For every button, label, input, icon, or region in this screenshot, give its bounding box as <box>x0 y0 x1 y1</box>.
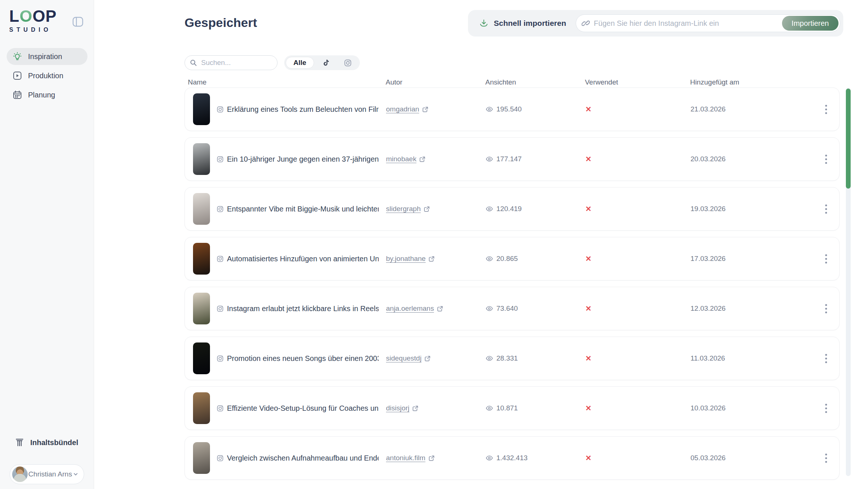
view-count: 10.871 <box>496 404 518 412</box>
author-link[interactable]: by.jonathane <box>386 255 426 263</box>
video-thumbnail[interactable] <box>193 243 210 275</box>
video-title: Entspannter Vibe mit Biggie-Musik und le… <box>227 205 379 213</box>
video-thumbnail[interactable] <box>193 193 210 225</box>
scrollbar-thumb[interactable] <box>846 89 851 189</box>
added-date: 05.03.2026 <box>690 454 821 462</box>
instagram-icon <box>217 156 224 163</box>
table-row[interactable]: Promotion eines neuen Songs über einen 2… <box>185 337 840 380</box>
sidebar-item-inhaltsbuendel[interactable]: Inhaltsbündel <box>15 438 78 447</box>
sidebar-item-planung[interactable]: Planung <box>7 86 87 103</box>
table-header: Name Autor Ansichten Verwendet Hinzugefü… <box>185 78 840 87</box>
added-date: 11.03.2026 <box>690 354 821 362</box>
table-row[interactable]: Automatisiertes Hinzufügen von animierte… <box>185 237 840 280</box>
column-header-name: Name <box>188 78 386 86</box>
instagram-icon <box>217 206 224 213</box>
filter-all-tab[interactable]: Alle <box>286 57 314 69</box>
page-title: Gespeichert <box>185 16 257 30</box>
sidebar-toggle-icon[interactable] <box>72 16 83 27</box>
instagram-icon <box>217 106 224 113</box>
filter-tiktok-tab[interactable] <box>316 57 336 69</box>
not-used-icon: ✕ <box>585 105 690 114</box>
row-menu-button[interactable] <box>821 202 831 216</box>
scrollbar-track[interactable] <box>846 88 851 476</box>
external-link-icon[interactable] <box>422 106 428 113</box>
logo: LOOP STUDIO <box>9 8 57 33</box>
eye-icon <box>486 255 493 262</box>
search-wrap <box>185 55 278 70</box>
bundle-label: Inhaltsbündel <box>30 438 78 447</box>
external-link-icon[interactable] <box>419 156 426 162</box>
video-thumbnail[interactable] <box>193 342 210 374</box>
video-title: Effiziente Video-Setup-Lösung für Coache… <box>227 404 379 413</box>
video-title: Instagram erlaubt jetzt klickbare Links … <box>227 304 379 313</box>
view-count: 177.147 <box>496 155 522 163</box>
not-used-icon: ✕ <box>585 204 690 213</box>
view-count: 28.331 <box>496 354 518 362</box>
external-link-icon[interactable] <box>424 206 430 212</box>
table-row[interactable]: Erklärung eines Tools zum Beleuchten von… <box>185 87 840 131</box>
table-row[interactable]: Instagram erlaubt jetzt klickbare Links … <box>185 287 840 330</box>
row-menu-button[interactable] <box>821 401 831 416</box>
external-link-icon[interactable] <box>437 306 443 312</box>
video-thumbnail[interactable] <box>193 143 210 175</box>
table-row[interactable]: Ein 10-jähriger Junge gegen einen 37-jäh… <box>185 137 840 181</box>
instagram-icon <box>217 305 224 312</box>
external-link-icon[interactable] <box>412 405 418 411</box>
row-menu-button[interactable] <box>821 451 831 465</box>
filter-instagram-tab[interactable] <box>338 57 358 69</box>
not-used-icon: ✕ <box>585 254 690 263</box>
logo-subtitle: STUDIO <box>9 27 57 33</box>
import-button[interactable]: Importieren <box>782 16 838 31</box>
logo-letter: O <box>32 7 45 25</box>
calendar-icon <box>13 90 22 100</box>
external-link-icon[interactable] <box>428 455 435 461</box>
row-menu-button[interactable] <box>821 152 831 166</box>
sidebar: LOOP STUDIO Inspiration Produktion <box>0 0 94 489</box>
video-thumbnail[interactable] <box>193 293 210 324</box>
sidebar-item-inspiration[interactable]: Inspiration <box>7 48 87 65</box>
instagram-icon <box>217 455 224 462</box>
column-icon <box>15 438 24 447</box>
row-menu-button[interactable] <box>821 251 831 266</box>
author-link[interactable]: sidequestdj <box>386 354 421 362</box>
sidebar-item-produktion[interactable]: Produktion <box>7 67 87 84</box>
chevron-down-icon <box>73 471 79 477</box>
external-link-icon[interactable] <box>428 256 435 262</box>
logo-word: LOOP <box>9 8 57 24</box>
sidebar-item-label: Produktion <box>28 72 63 80</box>
not-used-icon: ✕ <box>585 155 690 163</box>
video-title: Automatisiertes Hinzufügen von animierte… <box>227 255 379 263</box>
row-menu-button[interactable] <box>821 102 831 117</box>
user-menu[interactable]: Christian Arns <box>10 464 84 484</box>
instagram-icon <box>217 355 224 362</box>
logo-letter: L <box>9 7 20 25</box>
row-menu-button[interactable] <box>821 301 831 316</box>
video-title: Promotion eines neuen Songs über einen 2… <box>227 354 379 363</box>
author-link[interactable]: antoniuk.film <box>386 454 426 462</box>
view-count: 73.640 <box>496 304 518 313</box>
eye-icon <box>486 155 493 163</box>
external-link-icon[interactable] <box>424 355 431 362</box>
download-icon <box>479 18 489 28</box>
column-header-hinzugefuegt: Hinzugefügt am <box>690 78 820 86</box>
author-link[interactable]: disisjorj <box>386 404 409 412</box>
video-thumbnail[interactable] <box>193 93 210 125</box>
table-row[interactable]: Effiziente Video-Setup-Lösung für Coache… <box>185 386 840 430</box>
added-date: 20.03.2026 <box>690 155 821 163</box>
row-menu-button[interactable] <box>821 351 831 366</box>
video-thumbnail[interactable] <box>193 442 210 474</box>
author-link[interactable]: minobaek <box>386 155 416 163</box>
column-header-autor: Autor <box>386 78 485 86</box>
lightbulb-icon <box>13 52 22 61</box>
video-thumbnail[interactable] <box>193 392 210 424</box>
instagram-icon <box>344 59 352 67</box>
author-link[interactable]: omgadrian <box>386 105 419 113</box>
link-icon <box>582 19 590 27</box>
author-link[interactable]: anja.oerlemans <box>386 304 434 313</box>
video-title: Ein 10-jähriger Junge gegen einen 37-jäh… <box>227 155 379 163</box>
table-row[interactable]: Entspannter Vibe mit Biggie-Musik und le… <box>185 187 840 231</box>
table-row[interactable]: Vergleich zwischen Aufnahmeaufbau und En… <box>185 436 840 480</box>
search-input[interactable] <box>185 55 278 70</box>
author-link[interactable]: slidergraph <box>386 205 421 213</box>
instagram-icon <box>217 255 224 262</box>
